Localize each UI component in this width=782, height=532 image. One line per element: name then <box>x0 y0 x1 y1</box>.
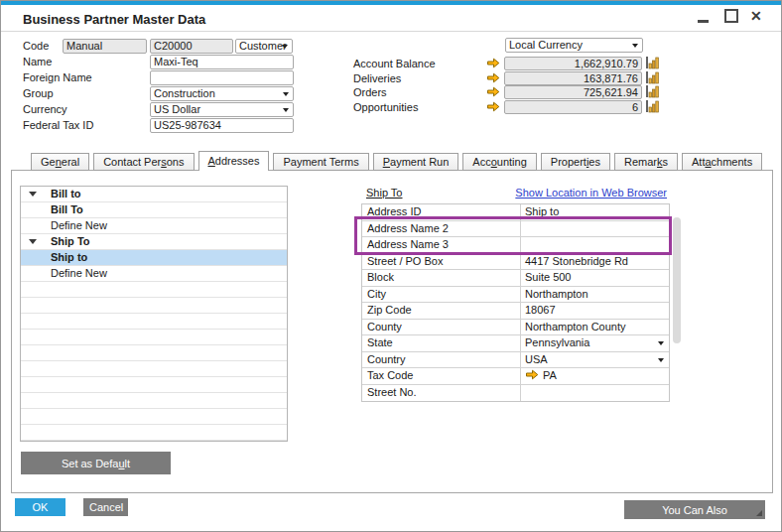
field-value: 18067 <box>525 304 556 316</box>
federal-tax-id-field[interactable]: US25-987634 <box>150 118 294 133</box>
field-input-tax-code[interactable]: PA <box>521 368 669 384</box>
link-arrow-icon[interactable] <box>486 86 500 97</box>
maximize-button[interactable] <box>723 7 739 25</box>
link-arrow-icon[interactable] <box>486 72 500 83</box>
field-input-street-po-box[interactable]: 4417 Stonebridge Rd <box>521 254 669 270</box>
tree-item-ship-to[interactable]: Ship To <box>21 234 287 250</box>
collapse-triangle-icon[interactable] <box>29 239 37 244</box>
code-mode-field[interactable]: Manual <box>63 39 147 54</box>
field-input-country[interactable]: USA <box>521 352 669 368</box>
you-can-also-button[interactable]: You Can Also <box>624 500 765 519</box>
field-label: County <box>362 320 521 335</box>
address-field-row-block: BlockSuite 500 <box>362 270 669 287</box>
tab-remarks[interactable]: Remarks <box>614 153 678 171</box>
tab-payment-run[interactable]: Payment Run <box>373 153 459 171</box>
tree-item-define-new[interactable]: Define New <box>21 266 287 282</box>
tab-payment-terms[interactable]: Payment Terms <box>273 153 368 171</box>
field-label: Zip Code <box>362 303 521 319</box>
bar-chart-icon[interactable] <box>646 57 660 69</box>
address-fields-table: Address IDShip toAddress Name 2Address N… <box>361 203 670 402</box>
link-arrow-button[interactable] <box>486 86 500 99</box>
tree-item-label: Ship to <box>51 251 87 263</box>
field-label: Address Name 2 <box>362 221 521 237</box>
minimize-button[interactable] <box>696 7 712 25</box>
field-label: Street / PO Box <box>362 254 521 270</box>
link-arrow-button[interactable] <box>486 58 500 70</box>
bar-chart-icon[interactable] <box>646 71 660 84</box>
field-input-block[interactable]: Suite 500 <box>521 270 669 286</box>
tab-bar: GeneralContact PersonsAddressesPayment T… <box>31 151 762 171</box>
field-input-address-name-2[interactable] <box>521 221 669 237</box>
deliveries-value: 163,871.76 <box>504 71 642 85</box>
address-field-row-address-name-2: Address Name 2 <box>362 221 669 238</box>
tab-properties[interactable]: Properties <box>541 153 610 171</box>
field-value: Northampton County <box>525 321 626 332</box>
collapse-triangle-icon[interactable] <box>29 192 37 197</box>
deliveries-label: Deliveries <box>353 71 401 85</box>
address-field-row-city: CityNorthampton <box>362 287 669 304</box>
address-field-row-county: CountyNorthampton County <box>362 320 669 336</box>
address-field-row-address-id: Address IDShip to <box>362 204 669 221</box>
opportunities-label: Opportunities <box>353 100 418 114</box>
cancel-button[interactable]: Cancel <box>83 498 128 516</box>
chart-button[interactable] <box>646 57 660 71</box>
field-input-address-id[interactable]: Ship to <box>521 204 669 220</box>
tree-item-label: Bill To <box>51 203 83 215</box>
tree-empty-row <box>21 361 287 377</box>
tree-item-define-new[interactable]: Define New <box>21 218 287 234</box>
tab-general[interactable]: General <box>31 153 89 171</box>
dropdown-triangle-icon <box>658 358 664 362</box>
link-arrow-icon[interactable] <box>525 369 539 380</box>
field-input-state[interactable]: Pennsylvania <box>521 335 669 351</box>
account-balance-value: 1,662,910.79 <box>504 57 642 70</box>
field-input-zip-code[interactable]: 18067 <box>521 303 669 319</box>
field-value: USA <box>525 353 548 365</box>
orders-label: Orders <box>353 85 387 99</box>
field-input-city[interactable]: Northampton <box>521 287 669 303</box>
scrollbar-thumb[interactable] <box>673 217 681 343</box>
field-label: Address ID <box>362 204 521 220</box>
tree-item-label: Bill to <box>51 188 81 200</box>
field-input-county[interactable]: Northampton County <box>521 320 669 335</box>
field-label: Country <box>362 352 521 368</box>
bar-chart-icon[interactable] <box>646 100 660 113</box>
show-location-link[interactable]: Show Location in Web Browser <box>515 187 667 199</box>
tree-empty-row <box>21 377 287 393</box>
bar-chart-icon[interactable] <box>646 85 660 98</box>
field-value: Northampton <box>525 288 588 300</box>
code-label: Code <box>23 39 49 54</box>
chart-button[interactable] <box>646 71 660 86</box>
display-currency-select[interactable]: Local Currency <box>505 38 643 53</box>
tree-empty-row <box>21 425 287 441</box>
ok-button[interactable]: OK <box>15 498 65 516</box>
tab-contact-persons[interactable]: Contact Persons <box>93 153 194 171</box>
link-arrow-button[interactable] <box>486 72 500 85</box>
tree-item-bill-to[interactable]: Bill to <box>21 187 287 202</box>
close-button[interactable]: ✕ <box>750 7 766 25</box>
link-arrow-button[interactable] <box>486 101 500 114</box>
tab-attachments[interactable]: Attachments <box>682 153 762 171</box>
chart-button[interactable] <box>646 85 660 100</box>
tree-item-ship-to[interactable]: Ship to <box>21 250 287 266</box>
tab-addresses[interactable]: Addresses <box>198 151 270 171</box>
field-input-street-no[interactable] <box>521 385 669 402</box>
link-arrow-icon[interactable] <box>486 101 500 112</box>
field-label: Block <box>362 270 521 286</box>
field-input-address-name-3[interactable] <box>521 237 669 253</box>
tree-item-bill-to[interactable]: Bill To <box>21 202 287 218</box>
dropdown-corner-icon <box>756 510 762 516</box>
set-as-default-button[interactable]: Set as Default <box>21 452 171 474</box>
address-field-row-state: StatePennsylvania <box>362 335 669 352</box>
chart-button[interactable] <box>646 100 660 115</box>
address-field-row-country: CountryUSA <box>362 352 669 369</box>
orders-row: Orders725,621.94 <box>1 85 781 99</box>
code-field[interactable]: C20000 <box>150 39 233 54</box>
link-arrow-icon[interactable] <box>486 58 500 68</box>
tree-empty-row <box>21 345 287 361</box>
bp-type-select[interactable]: Customer <box>235 39 293 54</box>
tree-empty-row <box>21 330 287 345</box>
dropdown-triangle-icon <box>658 341 664 345</box>
opportunities-value: 6 <box>504 100 642 114</box>
tab-accounting[interactable]: Accounting <box>462 153 536 171</box>
link-arrow-button[interactable] <box>525 369 539 384</box>
